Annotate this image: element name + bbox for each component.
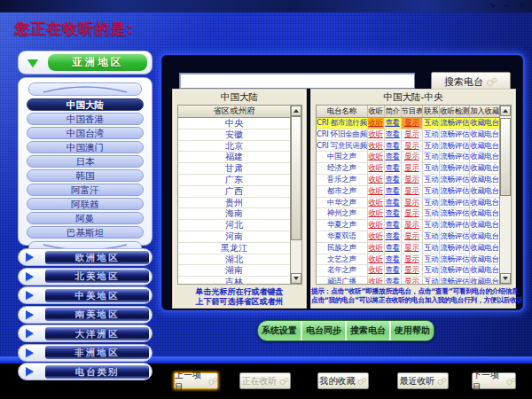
intro-link[interactable]: 查看 xyxy=(385,198,402,208)
province-row[interactable]: 广西 xyxy=(178,186,290,198)
active-group-label[interactable]: 亚洲地区 xyxy=(47,53,148,72)
listen-link[interactable]: 收听 xyxy=(368,163,385,174)
minimize-to-tray-icon[interactable]: ↘ xyxy=(489,1,496,11)
station-row[interactable]: CRI 都市流行频 收听 查看 显示 互动 流畅评估 收藏电台 xyxy=(317,118,499,129)
favorite-link[interactable]: 收藏电台 xyxy=(470,243,499,254)
province-row[interactable]: 福建 xyxy=(178,152,290,163)
schedule-link[interactable]: 显示 xyxy=(402,152,424,162)
sidebar-region-item[interactable]: 中国澳门 xyxy=(27,141,144,153)
listen-link[interactable]: 收听 xyxy=(368,243,385,254)
sidebar-region-item[interactable]: 巴基斯坦 xyxy=(27,226,144,239)
quality-link[interactable]: 流畅评估 xyxy=(440,254,470,265)
schedule-link[interactable]: 显示 xyxy=(402,198,424,208)
province-row[interactable]: 河南 xyxy=(178,231,290,243)
scroll-up-button[interactable] xyxy=(500,106,511,116)
listen-link[interactable]: 收听 xyxy=(368,175,385,185)
station-row[interactable]: 民族之声 收听 查看 显示 互动 流畅评估 收藏电台 xyxy=(317,243,499,254)
quality-link[interactable]: 流畅评估 xyxy=(440,152,470,162)
province-row[interactable]: 黑龙江 xyxy=(178,243,290,254)
station-row[interactable]: 神州之声 收听 查看 显示 互动 流畅评估 收藏电台 xyxy=(317,208,499,220)
sidebar-region-item[interactable]: 日本 xyxy=(27,155,144,168)
contact-link[interactable]: 互动 xyxy=(423,118,440,129)
schedule-link[interactable]: 显示 xyxy=(402,163,424,174)
scroll-down-button[interactable] xyxy=(500,273,511,284)
quality-link[interactable]: 流畅评估 xyxy=(440,243,470,254)
listen-link[interactable]: 收听 xyxy=(368,129,385,140)
schedule-link[interactable]: 显示 xyxy=(402,254,424,265)
schedule-link[interactable]: 显示 xyxy=(402,231,424,242)
intro-link[interactable]: 查看 xyxy=(385,208,402,219)
province-row[interactable]: 广东 xyxy=(178,175,290,186)
station-row[interactable]: CRI 写意民谣频 收听 查看 显示 互动 流畅评估 收藏电台 xyxy=(317,141,499,153)
schedule-link[interactable]: 显示 xyxy=(402,175,424,185)
favorite-link[interactable]: 收藏电台 xyxy=(470,175,499,185)
station-row[interactable]: 中国之声 收听 查看 显示 互动 流畅评估 收藏电台 xyxy=(317,152,499,163)
station-row[interactable]: 中华之声 收听 查看 显示 互动 流畅评估 收藏电台 xyxy=(317,198,499,209)
listen-link[interactable]: 收听 xyxy=(368,277,385,284)
listen-link[interactable]: 收听 xyxy=(368,220,385,231)
intro-link[interactable]: 查看 xyxy=(385,254,402,265)
quality-link[interactable]: 流畅评估 xyxy=(440,208,470,219)
station-row[interactable]: CRI 怀旧金曲频 收听 查看 显示 互动 流畅评估 收藏电台 xyxy=(317,129,499,141)
intro-link[interactable]: 查看 xyxy=(385,163,402,174)
sidebar-region-item[interactable]: 韩国 xyxy=(27,169,144,182)
station-row[interactable]: 藏语广播 收听 查看 显示 互动 流畅评估 收藏电台 xyxy=(317,277,499,284)
province-row[interactable]: 甘肃 xyxy=(178,163,290,175)
sidebar-group-item[interactable]: 非洲地区 xyxy=(18,344,153,362)
contact-link[interactable]: 互动 xyxy=(423,175,440,185)
sidebar-group-item[interactable]: 北美地区 xyxy=(18,268,153,286)
sidebar-region-item[interactable]: 阿联酋 xyxy=(27,198,144,210)
contact-link[interactable]: 互动 xyxy=(423,186,440,197)
listen-link[interactable]: 收听 xyxy=(368,208,385,219)
contact-link[interactable]: 互动 xyxy=(423,152,440,162)
listen-link[interactable]: 收听 xyxy=(368,141,385,152)
sidebar-group-item[interactable]: 大洋洲区 xyxy=(18,325,153,342)
station-row[interactable]: 文艺之声 收听 查看 显示 互动 流畅评估 收藏电台 xyxy=(317,254,499,266)
favorite-link[interactable]: 收藏电台 xyxy=(470,254,499,265)
favorite-link[interactable]: 收藏电台 xyxy=(470,208,499,219)
intro-link[interactable]: 查看 xyxy=(385,277,402,284)
favorite-link[interactable]: 收藏电台 xyxy=(470,220,499,231)
contact-link[interactable]: 互动 xyxy=(423,141,440,152)
contact-link[interactable]: 互动 xyxy=(423,231,440,242)
quality-link[interactable]: 流畅评估 xyxy=(440,129,470,140)
listen-link[interactable]: 收听 xyxy=(368,152,385,162)
contact-link[interactable]: 互动 xyxy=(423,220,440,231)
contact-link[interactable]: 互动 xyxy=(423,129,440,140)
intro-link[interactable]: 查看 xyxy=(385,129,402,140)
collapse-arrow-icon[interactable] xyxy=(19,53,47,73)
scrollbar-track[interactable] xyxy=(500,116,511,273)
intro-link[interactable]: 查看 xyxy=(385,243,402,254)
favorite-link[interactable]: 收藏电台 xyxy=(470,231,499,242)
sidebar-region-item[interactable]: 阿曼 xyxy=(27,212,144,224)
quality-link[interactable]: 流畅评估 xyxy=(440,220,470,231)
schedule-link[interactable]: 显示 xyxy=(402,141,424,152)
schedule-link[interactable]: 显示 xyxy=(402,208,424,219)
province-row[interactable]: 贵州 xyxy=(178,198,290,209)
sidebar-region-item[interactable]: 阿富汗 xyxy=(27,184,144,196)
province-row[interactable]: 吉林 xyxy=(178,277,290,284)
province-row[interactable]: 河北 xyxy=(178,220,290,231)
quality-link[interactable]: 流畅评估 xyxy=(440,175,470,185)
listen-link[interactable]: 收听 xyxy=(368,265,385,276)
bottom-button[interactable]: 我的收藏 xyxy=(317,372,369,389)
listen-link[interactable]: 收听 xyxy=(368,186,385,197)
quality-link[interactable]: 流畅评估 xyxy=(440,163,470,174)
schedule-link[interactable]: 显示 xyxy=(402,220,424,231)
schedule-link[interactable]: 显示 xyxy=(402,118,424,129)
sidebar-region-item[interactable]: 中国台湾 xyxy=(27,127,144,139)
station-row[interactable]: 经济之声 收听 查看 显示 互动 流畅评估 收藏电台 xyxy=(317,163,499,175)
station-row[interactable]: 华夏双语 收听 查看 显示 互动 流畅评估 收藏电台 xyxy=(317,231,499,243)
bottom-button[interactable]: 正在收听 xyxy=(239,372,291,389)
favorite-link[interactable]: 收藏电台 xyxy=(470,265,499,276)
province-row[interactable]: 安徽 xyxy=(178,129,290,141)
sidebar-group-item[interactable]: 电台类别 xyxy=(18,363,153,380)
sidebar-group-item[interactable]: 中美地区 xyxy=(18,286,153,304)
favorite-link[interactable]: 收藏电台 xyxy=(470,198,499,208)
scrollbar-thumb[interactable] xyxy=(500,118,511,196)
favorite-link[interactable]: 收藏电台 xyxy=(470,277,499,284)
station-row[interactable]: 华夏之声 收听 查看 显示 互动 流畅评估 收藏电台 xyxy=(317,220,499,231)
schedule-link[interactable]: 显示 xyxy=(402,186,424,197)
toolbar-button[interactable]: 搜索电台 xyxy=(347,321,391,340)
favorite-link[interactable]: 收藏电台 xyxy=(470,141,499,152)
